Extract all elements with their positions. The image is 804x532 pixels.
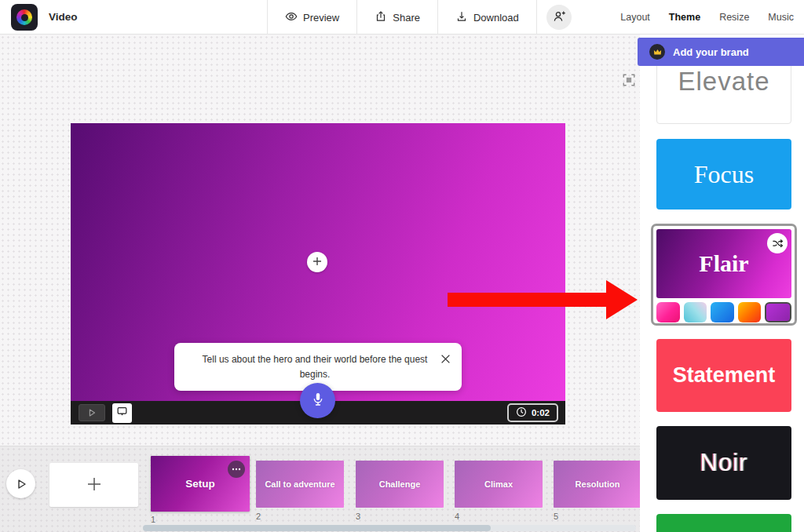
slide-number: 1: [151, 515, 155, 524]
download-button[interactable]: Download: [438, 0, 536, 35]
video-canvas[interactable]: Tell us about the hero and their world b…: [71, 123, 565, 401]
plus-icon: [312, 256, 323, 269]
duration-label: 0:02: [532, 408, 550, 417]
add-content-button[interactable]: [307, 252, 327, 272]
playback-bar: 0:02: [71, 401, 565, 425]
theme-card-noir[interactable]: Noir: [656, 426, 791, 500]
theme-card-green[interactable]: [656, 514, 791, 532]
person-add-icon: [552, 9, 566, 26]
shuffle-icon[interactable]: [767, 233, 788, 253]
slide-label: Challenge: [379, 479, 421, 489]
theme-card-statement[interactable]: Statement: [656, 339, 791, 412]
more-options-icon[interactable]: [228, 461, 245, 478]
slide-challenge[interactable]: Challenge: [356, 461, 444, 508]
page-title: Video: [49, 11, 78, 23]
download-label: Download: [473, 12, 519, 24]
swatch-purple-selected[interactable]: [765, 302, 791, 322]
duration-badge[interactable]: 0:02: [507, 403, 558, 422]
slide-label: Resolution: [576, 479, 620, 489]
slide-resolution[interactable]: Resolution: [554, 461, 641, 508]
slide-number: 4: [455, 512, 459, 521]
timeline-play-button[interactable]: [6, 469, 35, 498]
nav-resize[interactable]: Resize: [719, 12, 749, 23]
invite-collaborator-button[interactable]: [546, 5, 572, 30]
slide-label: Setup: [185, 478, 215, 490]
share-label: Share: [393, 12, 420, 24]
caption-toggle-button[interactable]: [112, 403, 132, 423]
divider: [536, 0, 537, 35]
close-icon[interactable]: [439, 352, 452, 368]
nav-music[interactable]: Music: [768, 12, 794, 23]
right-nav: Layout Theme Resize Music: [620, 0, 794, 35]
crown-icon: [649, 44, 665, 60]
download-icon: [455, 10, 468, 25]
slide-number: 5: [554, 512, 558, 521]
nav-layout[interactable]: Layout: [620, 12, 650, 23]
play-button[interactable]: [79, 404, 105, 421]
theme-card-flair-selected[interactable]: Flair: [651, 224, 797, 326]
slide-number: 3: [356, 512, 360, 521]
slide-label: Call to adventure: [265, 479, 334, 489]
preview-label: Preview: [303, 12, 339, 24]
swatch-pink[interactable]: [656, 302, 680, 322]
theme-name: Flair: [699, 250, 748, 277]
add-brand-label: Add your brand: [673, 46, 749, 58]
nav-theme[interactable]: Theme: [669, 12, 700, 23]
color-swatches: [656, 302, 791, 322]
toolbar-actions: Preview Share Download: [267, 0, 572, 35]
theme-panel: Elevate Add your brand Focus Flair: [640, 35, 804, 532]
slide-climax[interactable]: Climax: [455, 461, 543, 508]
microphone-icon: [309, 391, 327, 410]
theme-name: Statement: [673, 363, 776, 388]
share-icon: [375, 10, 387, 25]
add-brand-banner[interactable]: Add your brand: [638, 38, 804, 66]
theme-name: Focus: [694, 160, 754, 189]
add-slide-button[interactable]: [49, 463, 138, 507]
clock-icon: [516, 406, 527, 419]
theme-name: Elevate: [678, 67, 769, 97]
app-window: Video Preview Share Downloa: [0, 0, 804, 532]
creative-cloud-icon: [16, 9, 32, 25]
plus-icon: [86, 476, 103, 495]
record-voice-button[interactable]: [300, 383, 335, 418]
fullscreen-icon[interactable]: [622, 73, 636, 87]
slide-timeline: Setup 1 Call to adventure 2 Challenge 3 …: [0, 446, 640, 532]
swatch-cyan[interactable]: [684, 302, 707, 322]
flair-preview[interactable]: Flair: [656, 229, 791, 298]
prompt-text: Tell us about the hero and their world b…: [195, 352, 435, 381]
swatch-blue[interactable]: [711, 302, 734, 322]
speech-bubble-icon: [116, 406, 128, 420]
slide-number: 2: [256, 512, 261, 521]
timeline-scrollbar-thumb[interactable]: [143, 525, 491, 531]
eye-icon: [285, 10, 298, 25]
theme-card-focus[interactable]: Focus: [656, 139, 791, 210]
slide-setup[interactable]: Setup: [151, 456, 250, 512]
preview-button[interactable]: Preview: [268, 0, 356, 35]
slide-call-to-adventure[interactable]: Call to adventure: [256, 461, 344, 508]
top-toolbar: Video Preview Share Downloa: [0, 0, 804, 35]
share-button[interactable]: Share: [357, 0, 437, 35]
video-preview: Tell us about the hero and their world b…: [71, 123, 565, 425]
slide-label: Climax: [484, 479, 513, 489]
swatch-orange[interactable]: [738, 302, 762, 322]
theme-name: Noir: [700, 449, 748, 477]
creative-cloud-logo[interactable]: [11, 4, 38, 31]
